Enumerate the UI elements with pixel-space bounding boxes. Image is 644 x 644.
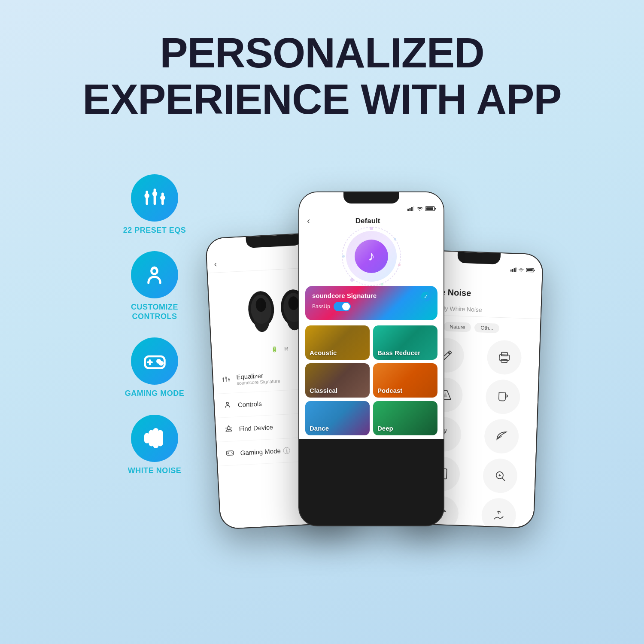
back-button-left[interactable]: ‹ <box>214 259 217 269</box>
svg-point-47 <box>398 264 401 266</box>
noise-item-10[interactable] <box>472 497 526 528</box>
dance-label: Dance <box>305 421 333 435</box>
gaming-icon-circle <box>131 337 178 385</box>
phone-center: ‹ Default <box>298 191 444 526</box>
noise-item-2[interactable] <box>477 339 531 375</box>
svg-line-25 <box>226 377 226 382</box>
gaming-mode-menu-icon <box>225 448 234 459</box>
svg-rect-38 <box>410 208 411 211</box>
signal-icon <box>407 206 414 211</box>
eq-card-classical[interactable]: Classical <box>305 363 370 398</box>
acoustic-label: Acoustic <box>305 346 341 360</box>
svg-rect-39 <box>411 207 413 211</box>
svg-rect-57 <box>534 270 535 271</box>
preset-eqs-icon-circle <box>131 174 178 222</box>
svg-rect-54 <box>515 267 516 272</box>
eq-visualizer: ♪ <box>299 228 444 284</box>
bassup-toggle[interactable] <box>334 302 351 311</box>
features-list: 22 PRESET EQS CUSTOMIZECONTROLS <box>105 140 204 476</box>
svg-point-30 <box>226 402 228 404</box>
selected-badge: ✓ <box>421 292 431 301</box>
preset-eqs-label: 22 PRESET EQS <box>123 226 186 235</box>
deep-label: Deep <box>373 421 398 435</box>
customize-label: CUSTOMIZECONTROLS <box>131 303 178 321</box>
main-content: 22 PRESET EQS CUSTOMIZECONTROLS <box>0 136 644 526</box>
svg-point-27 <box>222 378 224 380</box>
svg-rect-37 <box>407 209 409 211</box>
menu-controls-label: Controls <box>237 400 262 408</box>
battery-percent: R <box>284 346 288 352</box>
tab-my-white-noise[interactable]: My White Noise <box>440 302 482 316</box>
svg-rect-13 <box>150 431 153 445</box>
filter-other[interactable]: Oth... <box>474 323 499 333</box>
toggle-knob <box>342 303 350 310</box>
battery-icon: 🔋 <box>271 346 278 352</box>
noise-item-4[interactable] <box>476 379 530 415</box>
bassreducer-label: Bass Reducer <box>373 346 425 360</box>
wifi-icon-right <box>518 267 524 272</box>
noise-item-6[interactable] <box>475 418 529 454</box>
header: PERSONALIZED EXPERIENCE WITH APP <box>57 0 587 136</box>
eq-card-acoustic[interactable]: Acoustic <box>305 325 370 360</box>
feature-preset-eqs: 22 PRESET EQS <box>123 174 186 235</box>
feature-customize: CUSTOMIZECONTROLS <box>131 251 178 321</box>
gaming-mode-label: Gaming Mode <box>240 447 281 456</box>
svg-point-44 <box>342 227 401 286</box>
battery-icon-center <box>425 206 436 211</box>
printer-icon <box>498 351 510 363</box>
eq-card-bassreducer[interactable]: Bass Reducer <box>373 325 437 360</box>
svg-point-3 <box>144 193 149 198</box>
signal-icon-right <box>510 267 516 271</box>
eq-card-podcast[interactable]: Podcast <box>373 363 437 398</box>
svg-point-35 <box>231 452 232 453</box>
eq-card-deep[interactable]: Deep <box>373 401 437 435</box>
svg-point-46 <box>394 238 396 240</box>
filter-nature[interactable]: Nature <box>444 322 471 332</box>
podcast-label: Podcast <box>373 383 407 398</box>
svg-point-50 <box>342 255 345 258</box>
svg-point-29 <box>228 378 230 380</box>
signature-card[interactable]: ✓ soundcore Signature BassUp <box>305 286 437 320</box>
eq-ring-svg <box>339 224 404 289</box>
info-icon: ℹ <box>283 447 290 454</box>
svg-point-4 <box>152 191 157 196</box>
equalizer-icon <box>143 186 167 210</box>
notch-right <box>457 252 501 264</box>
headline-line2: EXPERIENCE WITH APP <box>82 76 561 123</box>
svg-point-49 <box>350 278 354 282</box>
back-button-center[interactable]: ‹ <box>307 216 310 227</box>
gamepad-icon <box>143 349 167 373</box>
bassup-label: BassUp <box>312 304 330 310</box>
equalizer-menu-icon <box>222 375 231 385</box>
svg-point-31 <box>227 426 230 429</box>
headline-line1: PERSONALIZED <box>82 30 561 76</box>
soundwave-icon <box>143 426 166 450</box>
eq-card-dance[interactable]: Dance <box>305 401 370 435</box>
eq-grid: Acoustic Bass Reducer Classical Podcast <box>299 322 444 439</box>
power-button-right[interactable] <box>541 293 543 313</box>
svg-point-11 <box>160 362 162 365</box>
battery-row: 🔋 R <box>271 346 288 352</box>
svg-rect-42 <box>426 207 433 210</box>
battery-icon-right <box>526 268 535 273</box>
notch-center <box>343 192 399 204</box>
svg-line-63 <box>502 478 505 481</box>
controls-menu-icon <box>223 400 232 410</box>
svg-rect-56 <box>527 269 532 271</box>
svg-point-36 <box>232 453 233 454</box>
search-zoom-icon <box>494 469 506 482</box>
mug-icon <box>497 390 509 403</box>
svg-rect-52 <box>512 269 513 272</box>
svg-rect-32 <box>226 450 234 455</box>
power-button-center[interactable] <box>444 235 444 255</box>
svg-rect-53 <box>513 268 515 271</box>
feature-gaming: GAMING MODE <box>125 337 185 398</box>
signature-name: soundcore Signature <box>312 292 431 299</box>
white-noise-icon-circle <box>131 415 178 462</box>
center-phone-content: ‹ Default <box>299 192 444 439</box>
find-device-icon <box>224 424 233 434</box>
classical-label: Classical <box>305 383 342 398</box>
noise-item-8[interactable] <box>474 458 527 494</box>
customize-icon-circle <box>131 251 178 298</box>
beach-icon <box>492 509 505 521</box>
